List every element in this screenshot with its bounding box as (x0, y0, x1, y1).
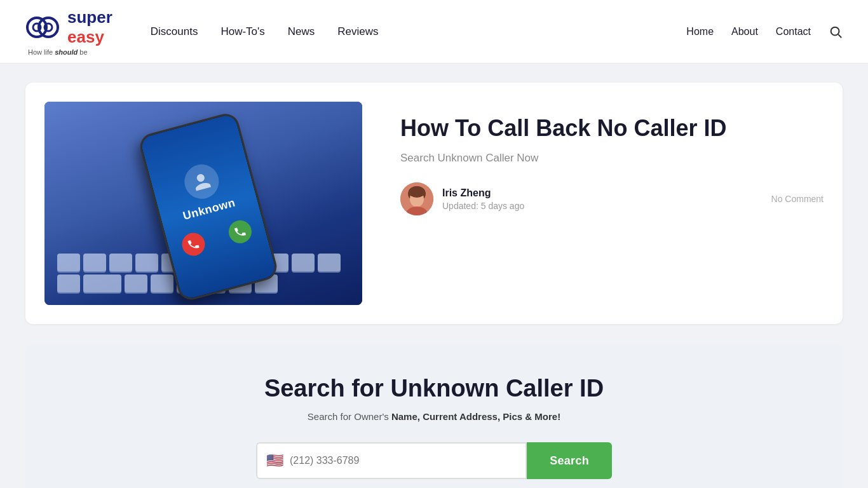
caller-avatar (180, 160, 222, 202)
nav-news[interactable]: News (288, 23, 315, 41)
article-card: Unknown (25, 83, 843, 324)
main-content: Unknown (0, 64, 868, 488)
svg-point-9 (409, 186, 425, 198)
phone-input[interactable] (290, 455, 517, 466)
svg-line-5 (838, 34, 841, 37)
search-section-title: Search for Unknown Caller ID (51, 375, 817, 402)
phone-input-wrapper: 🇺🇸 (256, 442, 527, 479)
search-button[interactable]: Search (527, 442, 612, 479)
key-wide (83, 274, 121, 292)
comment-count: No Comment (771, 194, 824, 204)
logo-tagline: How life should be (28, 48, 88, 56)
author-info: Iris Zheng Updated: 5 days ago (442, 187, 763, 211)
key (57, 254, 80, 271)
article-subtitle: Search Unknown Caller Now (400, 152, 824, 165)
nav-home[interactable]: Home (686, 26, 714, 37)
header-right: Home About Contact (686, 25, 843, 39)
search-desc-before: Search for Owner's (308, 411, 391, 422)
author-avatar-img (400, 182, 433, 215)
search-section: Search for Unknown Caller ID Search for … (25, 343, 843, 488)
main-nav: Discounts How-To's News Reviews (151, 23, 379, 41)
call-buttons (179, 217, 254, 258)
accept-icon (233, 224, 248, 239)
flag-icon: 🇺🇸 (266, 454, 283, 468)
phone-illustration: Unknown (44, 102, 362, 305)
key (151, 274, 173, 292)
author-row: Iris Zheng Updated: 5 days ago No Commen… (400, 182, 824, 215)
decline-button (179, 230, 207, 258)
accept-button (226, 217, 254, 245)
nav-about[interactable]: About (731, 26, 758, 37)
logo-icon (25, 10, 60, 44)
logo-brand: super easy (67, 8, 112, 47)
article-title: How To Call Back No Caller ID (400, 114, 824, 142)
person-icon (190, 170, 214, 193)
logo-easy: easy (67, 27, 104, 46)
search-toggle-button[interactable] (829, 25, 843, 39)
logo-text: super easy (67, 8, 112, 47)
logo-super: super (67, 8, 112, 27)
unknown-label: Unknown (182, 196, 237, 222)
search-icon (829, 25, 843, 39)
search-input-row: 🇺🇸 Search (256, 442, 612, 479)
author-avatar (400, 182, 433, 215)
author-name: Iris Zheng (442, 187, 763, 199)
key (125, 274, 147, 292)
site-header: super easy How life should be Discounts … (0, 0, 868, 64)
nav-reviews[interactable]: Reviews (337, 23, 378, 41)
key (57, 274, 80, 292)
key (292, 254, 315, 271)
decline-icon (186, 236, 201, 252)
svg-point-4 (831, 27, 839, 35)
logo-area: super easy How life should be (25, 8, 112, 56)
author-updated: Updated: 5 days ago (442, 201, 763, 211)
key (83, 254, 106, 271)
nav-discounts[interactable]: Discounts (151, 23, 198, 41)
key (135, 254, 158, 271)
header-left: super easy How life should be Discounts … (25, 8, 379, 56)
search-section-desc: Search for Owner's Name, Current Address… (51, 411, 817, 422)
key (318, 254, 341, 271)
logo-graphic: super easy (25, 8, 112, 47)
search-desc-bold: Name, Current Address, Pics & More! (391, 411, 560, 422)
key (109, 254, 132, 271)
nav-howtos[interactable]: How-To's (220, 23, 264, 41)
article-image: Unknown (44, 102, 362, 305)
nav-contact[interactable]: Contact (776, 26, 811, 37)
article-content: How To Call Back No Caller ID Search Unk… (400, 102, 824, 215)
